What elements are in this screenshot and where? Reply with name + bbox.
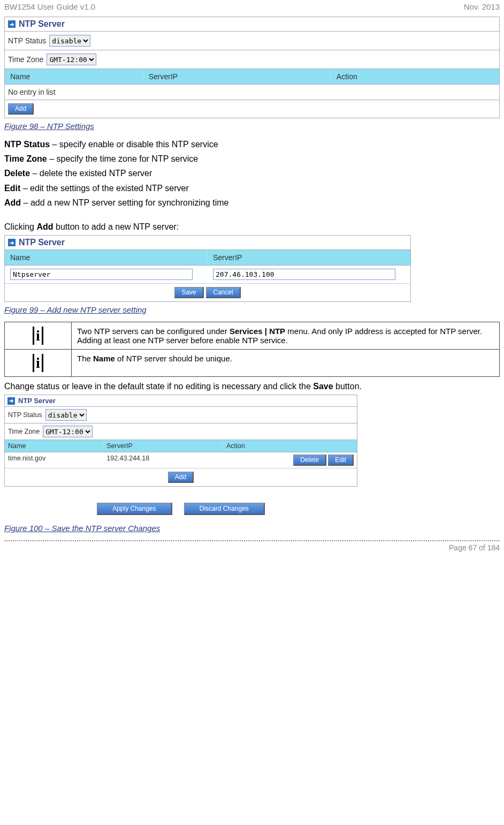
- page-footer: Page 67 of 184: [4, 540, 500, 554]
- table-row: time.nist.gov 192.43.244.18 Delete Edit: [5, 452, 357, 468]
- panel-title: ➔ NTP Server: [5, 395, 357, 407]
- cell-action: Delete Edit: [223, 452, 357, 468]
- timezone-row: Time Zone GMT-12:00: [5, 423, 357, 440]
- info-icon-cell: i: [5, 322, 72, 350]
- arrow-right-icon: ➔: [8, 239, 16, 246]
- col-serverip: ServerIP: [143, 69, 331, 84]
- edit-button[interactable]: Edit: [328, 455, 354, 466]
- col-serverip: ServerIP: [103, 440, 223, 452]
- no-entry-text: No entry in list: [8, 88, 56, 96]
- desc-edit: Edit – edit the settings of the existed …: [4, 182, 500, 194]
- add-row: Add: [5, 468, 357, 486]
- figure-99-caption: Figure 99 – Add new NTP server setting: [4, 305, 500, 314]
- desc-delete: Delete – delete the existed NTP server: [4, 167, 500, 179]
- timezone-label: Time Zone: [8, 428, 40, 435]
- desc-add: Add – add a new NTP server setting for s…: [4, 196, 500, 209]
- timezone-row: Time Zone GMT-12:00: [5, 50, 499, 69]
- add-button[interactable]: Add: [168, 472, 194, 483]
- col-action: Action: [331, 69, 499, 84]
- discard-changes-button[interactable]: Discard Changes: [184, 503, 265, 515]
- cancel-button[interactable]: Cancel: [206, 287, 240, 298]
- ntp-status-label: NTP Status: [8, 411, 42, 419]
- delete-button[interactable]: Delete: [293, 455, 326, 466]
- timezone-select[interactable]: GMT-12:00: [43, 426, 93, 437]
- apply-discard-row: Apply Changes Discard Changes: [4, 499, 357, 518]
- panel-title-text: NTP Server: [19, 238, 65, 247]
- doc-date: Nov. 2013: [464, 2, 500, 11]
- panel-title: ➔ NTP Server: [5, 236, 410, 250]
- ntp-status-label: NTP Status: [8, 36, 46, 45]
- timezone-select[interactable]: GMT-12:00: [47, 54, 96, 65]
- desc-timezone: Time Zone – specify the time zone for NT…: [4, 153, 500, 165]
- figure-98-caption: Figure 98 – NTP Settings: [4, 122, 500, 131]
- ntp-status-row: NTP Status disable: [5, 407, 357, 423]
- col-name: Name: [5, 440, 103, 452]
- table-header: Name ServerIP: [5, 250, 410, 266]
- col-serverip: ServerIP: [208, 250, 410, 265]
- figure-100-caption: Figure 100 – Save the NTP server Changes: [4, 524, 500, 533]
- info-icon: i: [33, 354, 43, 372]
- info-icon-cell: i: [5, 350, 72, 377]
- info-icon: i: [33, 327, 43, 345]
- apply-changes-button[interactable]: Apply Changes: [97, 503, 172, 515]
- table-header: Name ServerIP Action: [5, 69, 499, 85]
- cell-name: time.nist.gov: [5, 452, 103, 468]
- ntp-status-select[interactable]: disable: [49, 35, 90, 47]
- info-text-1: Two NTP servers can be configured under …: [72, 322, 500, 350]
- name-input[interactable]: [10, 269, 193, 280]
- arrow-right-icon: ➔: [8, 20, 16, 28]
- timezone-label: Time Zone: [8, 55, 43, 64]
- ntp-status-row: NTP Status disable: [5, 32, 499, 50]
- info-table: i Two NTP servers can be configured unde…: [4, 322, 500, 377]
- cell-ip: 192.43.244.18: [103, 452, 223, 468]
- button-row: Save Cancel: [5, 284, 410, 301]
- save-button[interactable]: Save: [174, 287, 203, 298]
- empty-row: No entry in list: [5, 85, 499, 100]
- ntp-panel-3: ➔ NTP Server NTP Status disable Time Zon…: [4, 395, 357, 487]
- ntp-status-select[interactable]: disable: [45, 409, 87, 421]
- info-text-2: The Name of NTP server should be unique.: [72, 350, 500, 377]
- panel-title-text: NTP Server: [19, 19, 65, 29]
- change-status-text: Change status or leave in the default st…: [4, 380, 500, 392]
- desc-ntp-status: NTP Status – specify enable or disable t…: [4, 138, 500, 150]
- ntp-panel-2: ➔ NTP Server Name ServerIP Save Cancel: [4, 235, 411, 302]
- ntp-panel-1: ➔ NTP Server NTP Status disable Time Zon…: [4, 17, 500, 118]
- table-header: Name ServerIP Action: [5, 440, 357, 452]
- col-action: Action: [223, 440, 357, 452]
- add-button[interactable]: Add: [8, 103, 34, 115]
- panel-title-text: NTP Server: [18, 397, 56, 405]
- arrow-right-icon: ➔: [7, 397, 15, 405]
- col-name: Name: [5, 250, 208, 265]
- click-add-text: Clicking Add button to add a new NTP ser…: [4, 221, 500, 233]
- panel-title: ➔ NTP Server: [5, 17, 499, 32]
- input-row: [5, 266, 410, 284]
- add-row: Add: [5, 100, 499, 118]
- doc-title: BW1254 User Guide v1.0: [4, 2, 95, 11]
- page-header: BW1254 User Guide v1.0 Nov. 2013: [4, 0, 500, 17]
- serverip-input[interactable]: [213, 269, 395, 280]
- col-name: Name: [5, 69, 143, 84]
